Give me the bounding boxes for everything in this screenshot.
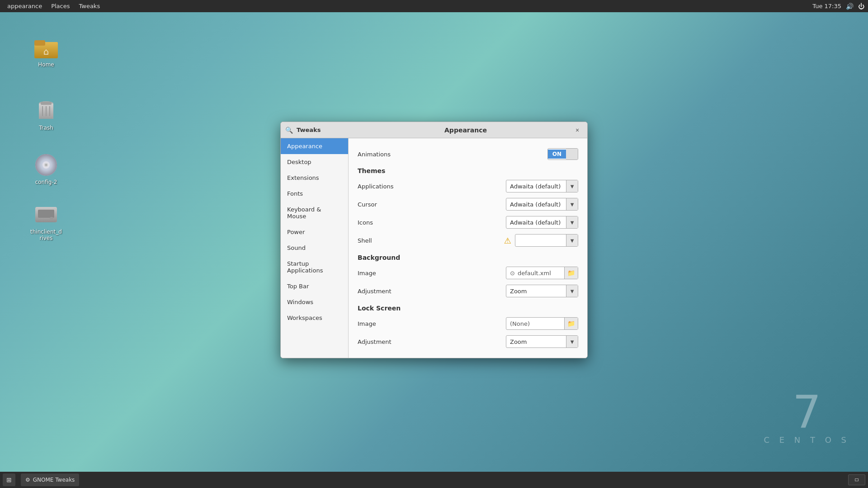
toggle-off-area xyxy=(566,149,578,160)
dialog-titlebar: 🔍 Tweaks Appearance × xyxy=(281,122,587,138)
themes-header: Themes xyxy=(358,167,578,174)
bg-image-chooser[interactable]: ⊙ default.xml 📁 xyxy=(506,267,578,279)
icons-arrow: ▼ xyxy=(566,216,578,228)
bg-image-value-area: ⊙ default.xml xyxy=(506,270,564,277)
animations-label: Animations xyxy=(358,151,391,158)
applications-theme-dropdown[interactable]: Adwaita (default) ▼ xyxy=(506,180,578,192)
ls-adjustment-dropdown[interactable]: Zoom ▼ xyxy=(506,335,578,348)
animations-toggle[interactable]: ON xyxy=(547,148,578,160)
desktop: ⌂ Home xyxy=(0,12,868,472)
dialog-sidebar-header: 🔍 Tweaks xyxy=(281,127,344,134)
background-header: Background xyxy=(358,254,578,261)
dialog-close-button[interactable]: × xyxy=(572,125,583,136)
sidebar-item-windows[interactable]: Windows xyxy=(281,294,348,310)
bg-adjustment-label: Adjustment xyxy=(358,288,392,295)
icons-value: Adwaita (default) xyxy=(506,219,566,226)
sidebar-item-fonts[interactable]: Fonts xyxy=(281,186,348,202)
ls-image-value-area: (None) xyxy=(506,320,564,327)
applications-theme-row: Applications Adwaita (default) ▼ xyxy=(358,177,578,195)
applications-theme-arrow: ▼ xyxy=(566,180,578,192)
bg-adjustment-value: Zoom xyxy=(506,288,566,295)
taskbar: ⊞ ⚙ GNOME Tweaks xyxy=(0,472,868,488)
tweaks-dialog: 🔍 Tweaks Appearance × Appearance Desktop… xyxy=(280,122,588,358)
bg-adjustment-dropdown[interactable]: Zoom ▼ xyxy=(506,285,578,297)
cursor-value: Adwaita (default) xyxy=(506,201,566,208)
content-area: Animations ON Themes Applications Adwait… xyxy=(349,138,587,358)
applications-theme-label: Applications xyxy=(358,183,393,190)
applications-theme-value: Adwaita (default) xyxy=(506,183,566,190)
icons-label: Icons xyxy=(358,219,373,226)
taskbar-right xyxy=(848,474,865,485)
shell-arrow: ▼ xyxy=(566,235,578,246)
topbar-right: Tue 17:35 🔊 ⏻ xyxy=(812,3,864,10)
taskbar-item-icon: ⚙ xyxy=(25,477,30,483)
ls-image-browse-btn[interactable]: 📁 xyxy=(564,318,578,329)
icons-row: Icons Adwaita (default) ▼ xyxy=(358,213,578,231)
ls-adjustment-label: Adjustment xyxy=(358,338,392,345)
search-icon[interactable]: 🔍 xyxy=(285,127,293,134)
sidebar-item-startup-applications[interactable]: Startup Applications xyxy=(281,256,348,278)
bg-image-row: Image ⊙ default.xml 📁 xyxy=(358,264,578,282)
topbar-time: Tue 17:35 xyxy=(812,3,841,9)
taskbar-gnome-tweaks-item[interactable]: ⚙ GNOME Tweaks xyxy=(21,474,79,486)
sidebar: Appearance Desktop Extensions Fonts Keyb… xyxy=(281,138,349,358)
sidebar-item-sound[interactable]: Sound xyxy=(281,240,348,256)
sidebar-item-appearance[interactable]: Appearance xyxy=(281,138,348,154)
ls-adjustment-arrow: ▼ xyxy=(566,336,578,347)
icons-dropdown[interactable]: Adwaita (default) ▼ xyxy=(506,216,578,229)
bg-image-small-icon: ⊙ xyxy=(510,270,515,277)
taskbar-item-label: GNOME Tweaks xyxy=(33,477,75,483)
shell-label: Shell xyxy=(358,237,372,244)
menu-tweaks[interactable]: Tweaks xyxy=(75,2,104,10)
dialog-title: Appearance xyxy=(344,127,587,134)
animations-row: Animations ON xyxy=(358,145,578,163)
topbar: appearance Places Tweaks Tue 17:35 🔊 ⏻ xyxy=(0,0,868,12)
bg-image-value-text: default.xml xyxy=(518,270,551,277)
taskbar-window-switcher[interactable] xyxy=(848,474,865,485)
bg-adjustment-row: Adjustment Zoom ▼ xyxy=(358,282,578,300)
ls-adjustment-row: Adjustment Zoom ▼ xyxy=(358,333,578,351)
shell-dropdown[interactable]: ▼ xyxy=(515,234,578,247)
taskbar-show-desktop-btn[interactable]: ⊞ xyxy=(3,474,15,486)
lock-screen-header: Lock Screen xyxy=(358,305,578,312)
taskbar-window-dot xyxy=(855,479,859,481)
volume-icon[interactable]: 🔊 xyxy=(846,3,854,10)
taskbar-left-icons: ⊞ xyxy=(3,474,15,486)
shell-warning-icon: ⚠ xyxy=(504,236,511,245)
bg-image-browse-btn[interactable]: 📁 xyxy=(564,267,578,279)
sidebar-item-extensions[interactable]: Extensions xyxy=(281,170,348,186)
bg-image-label: Image xyxy=(358,270,376,277)
menu-applications[interactable]: appearance xyxy=(4,2,46,10)
sidebar-item-workspaces[interactable]: Workspaces xyxy=(281,310,348,326)
cursor-label: Cursor xyxy=(358,201,377,208)
dialog-title-text: Appearance xyxy=(444,127,487,134)
shell-row: Shell ⚠ ▼ xyxy=(358,231,578,249)
sidebar-title: Tweaks xyxy=(297,127,321,133)
sidebar-item-desktop[interactable]: Desktop xyxy=(281,154,348,170)
sidebar-item-top-bar[interactable]: Top Bar xyxy=(281,278,348,294)
sidebar-item-power[interactable]: Power xyxy=(281,224,348,240)
cursor-row: Cursor Adwaita (default) ▼ xyxy=(358,195,578,213)
shell-controls: ⚠ ▼ xyxy=(504,234,578,247)
topbar-left: appearance Places Tweaks xyxy=(4,2,104,10)
power-icon[interactable]: ⏻ xyxy=(858,3,864,10)
sidebar-item-keyboard-mouse[interactable]: Keyboard & Mouse xyxy=(281,202,348,224)
ls-adjustment-value: Zoom xyxy=(506,338,566,345)
dialog-body: Appearance Desktop Extensions Fonts Keyb… xyxy=(281,138,587,358)
dialog-overlay: 🔍 Tweaks Appearance × Appearance Desktop… xyxy=(0,24,868,455)
toggle-on-label: ON xyxy=(548,150,566,159)
ls-image-value-text: (None) xyxy=(510,320,530,327)
ls-image-chooser[interactable]: (None) 📁 xyxy=(506,317,578,330)
cursor-arrow: ▼ xyxy=(566,198,578,210)
ls-image-label: Image xyxy=(358,320,376,327)
ls-image-row: Image (None) 📁 xyxy=(358,314,578,333)
cursor-dropdown[interactable]: Adwaita (default) ▼ xyxy=(506,198,578,211)
bg-adjustment-arrow: ▼ xyxy=(566,285,578,297)
menu-places[interactable]: Places xyxy=(47,2,73,10)
